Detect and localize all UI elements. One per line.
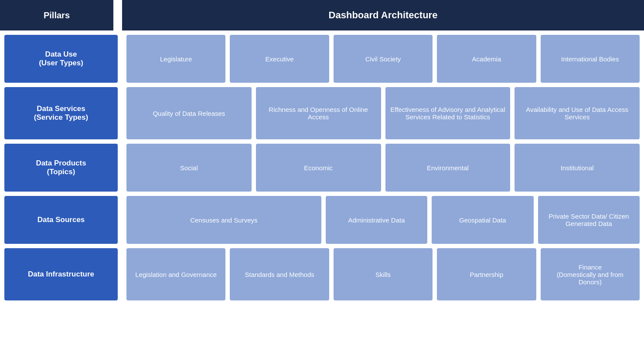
arch-cell-row4-col4[interactable]: Private Sector Data/ Citizen Generated D… <box>538 196 640 244</box>
row-1: Data Use (User Types)LegislatureExecutiv… <box>4 35 640 83</box>
row-5: Data InfrastructureLegislation and Gover… <box>4 248 640 300</box>
pillar-cell-3: Data Products (Topics) <box>4 144 118 192</box>
arch-cell-row3-col2[interactable]: Economic <box>256 144 381 192</box>
pillar-cell-4: Data Sources <box>4 196 118 244</box>
arch-cell-row3-col4[interactable]: Institutional <box>515 144 640 192</box>
header: Pillars Dashboard Architecture <box>0 0 644 30</box>
arch-cell-row3-col3[interactable]: Environmental <box>385 144 511 192</box>
arch-cell-row5-col2[interactable]: Standards and Methods <box>230 248 329 300</box>
arch-cells-row-2: Quality of Data ReleasesRichness and Ope… <box>126 87 640 139</box>
arch-cell-row5-col5[interactable]: Finance (Domestically and from Donors) <box>541 248 640 300</box>
arch-cell-row2-col4[interactable]: Availability and Use of Data Access Serv… <box>515 87 640 139</box>
arch-cell-row1-col4[interactable]: Academia <box>437 35 536 83</box>
arch-cell-row5-col1[interactable]: Legislation and Governance <box>126 248 225 300</box>
header-dashboard-label: Dashboard Architecture <box>122 0 644 30</box>
arch-cells-row-1: LegislatureExecutiveCivil SocietyAcademi… <box>126 35 640 83</box>
row-3: Data Products (Topics)SocialEconomicEnvi… <box>4 144 640 192</box>
arch-cell-row2-col2[interactable]: Richness and Openness of Online Access <box>256 87 381 139</box>
arch-cells-row-5: Legislation and GovernanceStandards and … <box>126 248 640 300</box>
arch-cell-row2-col3[interactable]: Effectiveness of Advisory and Analytical… <box>385 87 511 139</box>
arch-cell-row3-col1[interactable]: Social <box>126 144 252 192</box>
arch-cell-row2-col1[interactable]: Quality of Data Releases <box>126 87 252 139</box>
arch-cell-row1-col5[interactable]: International Bodies <box>541 35 640 83</box>
arch-cell-row4-col2[interactable]: Administrative Data <box>326 196 427 244</box>
arch-cell-row4-col1[interactable]: Censuses and Surveys <box>126 196 321 244</box>
pillar-cell-5: Data Infrastructure <box>4 248 118 300</box>
arch-cell-row4-col3[interactable]: Geospatial Data <box>432 196 533 244</box>
arch-cells-row-3: SocialEconomicEnvironmentalInstitutional <box>126 144 640 192</box>
arch-cell-row5-col4[interactable]: Partnership <box>437 248 536 300</box>
arch-cell-row1-col1[interactable]: Legislature <box>126 35 225 83</box>
header-pillars-label: Pillars <box>0 0 113 30</box>
content-area: Data Use (User Types)LegislatureExecutiv… <box>0 30 644 354</box>
arch-cell-row5-col3[interactable]: Skills <box>334 248 433 300</box>
pillar-cell-2: Data Services (Service Types) <box>4 87 118 139</box>
arch-cells-row-4: Censuses and SurveysAdministrative DataG… <box>126 196 640 244</box>
arch-cell-row1-col3[interactable]: Civil Society <box>334 35 433 83</box>
pillar-cell-1: Data Use (User Types) <box>4 35 118 83</box>
arch-cell-row1-col2[interactable]: Executive <box>230 35 329 83</box>
row-4: Data SourcesCensuses and SurveysAdminist… <box>4 196 640 244</box>
row-2: Data Services (Service Types)Quality of … <box>4 87 640 139</box>
